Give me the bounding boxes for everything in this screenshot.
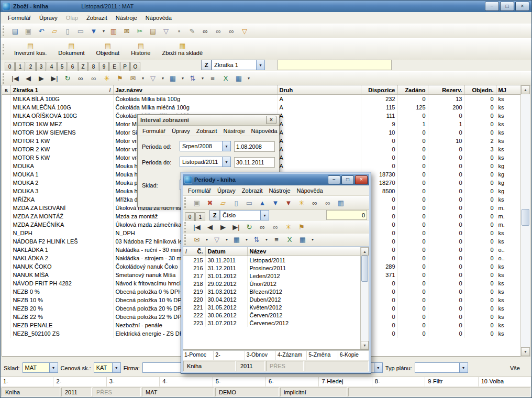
col-header-zadano[interactable]: Zadáno	[397, 85, 428, 95]
sum-list-icon[interactable]: ≡	[206, 72, 219, 85]
cell-objedn[interactable]: 0	[464, 262, 496, 271]
cell-dispozice[interactable]: 0	[361, 137, 397, 145]
cell-zkratka[interactable]: MOTOR 5 KW	[10, 153, 113, 162]
cell-objedn[interactable]: 0	[464, 204, 496, 212]
cell-rezerv[interactable]: 0	[428, 212, 464, 220]
menu-item[interactable]: Nástroje	[112, 13, 141, 23]
cell-datum[interactable]: 30.06.2012	[205, 311, 247, 319]
menu-item[interactable]: Olap	[62, 13, 82, 23]
cell-objedn[interactable]: 0	[464, 288, 496, 296]
record-tab[interactable]: 8	[88, 62, 98, 71]
cell-s[interactable]	[2, 254, 10, 262]
edit-note-icon[interactable]: ✎	[186, 25, 198, 37]
toolbar-grip[interactable]	[184, 235, 189, 245]
cell-mj[interactable]: m.	[496, 220, 522, 229]
menu-item[interactable]: Zobrazit	[193, 127, 220, 135]
cell-rezerv[interactable]: 0	[428, 179, 464, 187]
cell-rezerv[interactable]: 0	[428, 112, 464, 120]
cell-s[interactable]	[2, 262, 10, 271]
cell-rezerv[interactable]: 0	[428, 254, 464, 262]
function-key[interactable]: 6-	[266, 377, 319, 386]
cell-rezerv[interactable]: 0	[428, 296, 464, 304]
cell-druh[interactable]: A	[277, 162, 361, 170]
move-down-red-icon[interactable]: ▼	[282, 196, 295, 209]
cell-zkratka[interactable]: NÁDOBA F2 HLINÍK LEŠ	[10, 237, 113, 246]
function-key[interactable]: 1-Pomoc	[183, 351, 214, 360]
cell-zadano[interactable]: 0	[397, 145, 428, 153]
cell-cislo[interactable]: 215	[183, 256, 205, 264]
search-column-combo[interactable]: Číslo	[220, 210, 269, 220]
periods-vertical-scrollbar[interactable]	[360, 247, 369, 349]
mail-icon[interactable]: ✉	[120, 25, 133, 37]
cell-zadano[interactable]: 0	[397, 304, 428, 313]
cell-s[interactable]	[2, 212, 10, 220]
scroll-down-button[interactable]	[361, 341, 369, 349]
cell-rezerv[interactable]: 200	[428, 103, 464, 112]
record-tab[interactable]: 6	[68, 62, 77, 71]
cell-zadano[interactable]: 0	[397, 229, 428, 237]
dropdown-arrow[interactable]: ▾	[180, 72, 186, 85]
cell-zadano[interactable]: 0	[397, 95, 428, 104]
function-key[interactable]: 8-	[372, 377, 425, 386]
record-tab[interactable]: 1	[195, 212, 205, 221]
record-tab[interactable]: Z	[78, 62, 88, 71]
mail-merge-icon[interactable]: ✉	[127, 72, 139, 85]
function-key[interactable]: 7-Hledej	[319, 377, 372, 386]
quick-search-input[interactable]	[278, 60, 392, 70]
cell-rezerv[interactable]: 0	[428, 128, 464, 137]
next-record-icon[interactable]: ▶	[35, 72, 48, 85]
scroll-thumb[interactable]	[522, 209, 529, 226]
period-to-combo[interactable]: Listopad/2011	[180, 157, 231, 167]
cell-datum[interactable]: 30.04.2012	[205, 295, 247, 303]
refresh-record-icon[interactable]: ↻	[61, 72, 74, 85]
cell-mj[interactable]: ks	[496, 120, 522, 128]
cell-rezerv[interactable]: 0	[428, 304, 464, 313]
cell-mj[interactable]: ks	[496, 137, 522, 145]
cell-mj[interactable]: ks	[496, 288, 522, 296]
copy-document-icon[interactable]: ▭	[243, 196, 256, 209]
function-key[interactable]: 5-	[213, 377, 266, 386]
cell-mj[interactable]: m.	[496, 204, 522, 212]
flag-icon[interactable]: ⚑	[114, 72, 126, 85]
mail-merge-icon[interactable]: ✉	[191, 234, 203, 246]
function-key[interactable]: 2-	[53, 377, 106, 386]
record-tab[interactable]: 0	[185, 212, 195, 221]
cell-dispozice[interactable]: 232	[361, 95, 397, 104]
cell-zadano[interactable]: 0	[397, 220, 428, 229]
cell-zadano[interactable]: 0	[397, 112, 428, 120]
goods-row[interactable]: MILKA BÍLÁ 100G Čokoláda Milka bílá 100g…	[2, 95, 522, 104]
cell-dispozice[interactable]: 0	[361, 153, 397, 162]
cell-rezerv[interactable]: 10	[428, 137, 464, 145]
cell-mj[interactable]: ks	[496, 95, 522, 104]
quick-search-value[interactable]: 0	[326, 210, 367, 220]
cell-mj[interactable]: kg	[496, 179, 522, 187]
menu-item[interactable]: Zobrazit	[82, 13, 112, 23]
menu-item[interactable]: Úpravy	[35, 13, 62, 23]
prev-record-icon[interactable]: ◀	[204, 221, 216, 234]
view-columns-icon[interactable]: ▦	[230, 234, 243, 246]
cell-dispozice[interactable]: 111	[361, 112, 397, 120]
period-row[interactable]: 218 29.02.2012 Únor/2012	[183, 280, 361, 288]
cell-mj[interactable]: ks	[496, 271, 522, 279]
move-down-icon[interactable]: ▼	[269, 196, 282, 209]
cell-datum[interactable]: 29.02.2012	[205, 280, 247, 288]
cell-s[interactable]	[2, 296, 10, 304]
cell-mj[interactable]: o..	[496, 246, 522, 254]
cell-zkratka[interactable]: MZDA ZA LISOVÁNÍ	[10, 204, 113, 212]
cell-s[interactable]	[2, 95, 10, 104]
cell-rezerv[interactable]: 0	[428, 162, 464, 170]
cell-zadano[interactable]: 125	[397, 103, 428, 112]
export-cut-icon[interactable]: ✂	[134, 25, 146, 37]
period-row[interactable]: 219 31.03.2012 Březen/2012	[183, 288, 361, 295]
prev-record-icon[interactable]: ◀	[22, 72, 35, 85]
cell-rezerv[interactable]: 0	[428, 279, 464, 288]
cell-zkratka[interactable]: MILKA OŘÍŠKOVÁ 100G	[10, 112, 113, 120]
cell-zkratka[interactable]: MOUKA 2	[10, 179, 113, 187]
filter-clear-icon[interactable]: ▽	[238, 25, 251, 37]
cell-rezerv[interactable]: 0	[428, 195, 464, 204]
cell-dispozice[interactable]: 0	[361, 145, 397, 153]
cell-cislo[interactable]: 222	[183, 311, 205, 319]
restore-button[interactable]: □	[500, 2, 514, 11]
filter-icon[interactable]: ▽	[210, 234, 223, 246]
record-tab[interactable]: E	[109, 62, 119, 71]
